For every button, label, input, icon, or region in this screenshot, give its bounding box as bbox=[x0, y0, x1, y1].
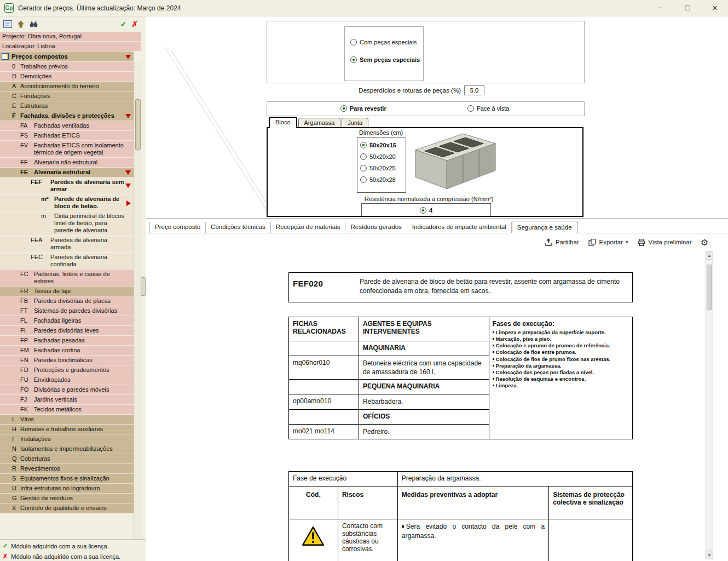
cancel-button[interactable]: ✗ bbox=[131, 20, 138, 28]
radio-icon bbox=[340, 105, 347, 112]
radio-com-pe-as-especiais[interactable]: Com peças especiais bbox=[350, 39, 423, 45]
item-description: Parede de alvenaria de bloco de betão pa… bbox=[359, 273, 632, 302]
tree-item-e[interactable]: EEstruturas bbox=[0, 101, 134, 111]
risk-text: Contacto com substâncias cáusticas ou co… bbox=[338, 519, 397, 561]
related-sheets-table: FICHAS RELACIONADAS AGENTES E EQUIPAS IN… bbox=[288, 317, 633, 439]
main-panel: Com peças especiaisSem peças especiais D… bbox=[146, 16, 728, 561]
radio-icon bbox=[350, 56, 357, 63]
tree-item-fea[interactable]: FEAParedes de alvenaria armada bbox=[0, 236, 134, 253]
waste-input[interactable] bbox=[464, 85, 484, 95]
doc-tab-condi-es-t-cnicas[interactable]: Condições técnicas bbox=[206, 222, 271, 233]
tree-item-0[interactable]: 0Trabalhos prévios bbox=[0, 62, 134, 72]
scroll-up-icon[interactable]: ▲ bbox=[706, 251, 713, 260]
tree-item-fv[interactable]: FVFachadas ETICS com isolamento térmico … bbox=[0, 141, 134, 158]
doc-tab-res-duos-gerados[interactable]: Resíduos gerados bbox=[345, 222, 407, 233]
tree-root-precos-compostos[interactable]: Preços compostos bbox=[0, 51, 134, 62]
tree-item-fa[interactable]: FAFachadas ventiladas bbox=[0, 121, 134, 131]
tree-item-q[interactable]: QCoberturas bbox=[0, 454, 134, 464]
radio-para-revestir[interactable]: Para revestir bbox=[340, 105, 386, 112]
tree-item-g[interactable]: GGestão de resíduos bbox=[0, 494, 134, 503]
document-scrollbar-thumb[interactable] bbox=[707, 265, 712, 310]
tree-item-fo[interactable]: FODivisórias e paredes móveis bbox=[0, 385, 134, 395]
preview-button[interactable]: Vista preliminar bbox=[637, 238, 692, 247]
radio-50x20x20[interactable]: 50x20x20 bbox=[360, 153, 406, 160]
group-header-maquinaria: MAQUINARIA bbox=[359, 341, 489, 356]
tab-junta[interactable]: Junta bbox=[342, 118, 368, 127]
splitter-handle[interactable] bbox=[141, 277, 146, 296]
tree-item-fn[interactable]: FNParedes bioclimáticas bbox=[0, 356, 134, 365]
related-header: FICHAS RELACIONADAS bbox=[289, 317, 359, 341]
tree-item-l[interactable]: LVãos bbox=[0, 415, 134, 425]
minimize-button[interactable]: − bbox=[656, 3, 665, 13]
tree-item-fr[interactable]: FRTestas de laje bbox=[0, 287, 134, 296]
phases-title: Fases de execução: bbox=[493, 320, 629, 328]
radio-face-vista[interactable]: Face à vista bbox=[467, 105, 509, 112]
tree-item-c[interactable]: CFundações bbox=[0, 91, 134, 101]
tree-item-d[interactable]: DDemolições bbox=[0, 72, 134, 82]
doc-tab-seguran-a-e-sa-de[interactable]: Segurança e saúde bbox=[512, 221, 577, 233]
tree-item-fk[interactable]: FKTecidos metálicos bbox=[0, 405, 134, 415]
tab-bloco[interactable]: Bloco bbox=[269, 117, 297, 128]
tree-item-x[interactable]: XControlo de qualidade e ensaios bbox=[0, 503, 134, 513]
app-logo-icon: Gp bbox=[4, 3, 14, 13]
tree-scrollbar-thumb[interactable] bbox=[135, 99, 141, 150]
tree-item-fl[interactable]: FLFachadas ligeiras bbox=[0, 316, 134, 326]
document-scrollbar[interactable]: ▲ ▼ bbox=[706, 251, 713, 559]
tree-item-fj[interactable]: FJJardins verticais bbox=[0, 395, 134, 405]
close-button[interactable]: × bbox=[710, 3, 719, 13]
radio-50x20x25[interactable]: 50x20x25 bbox=[360, 165, 406, 171]
radio-4[interactable]: 4 bbox=[420, 207, 432, 214]
tree-item-fp[interactable]: FPFachadas pesadas bbox=[0, 336, 134, 346]
tree-item-m[interactable]: m²Parede de alvenaria de bloco de betão. bbox=[0, 194, 134, 211]
tree-item-fm[interactable]: FMFachadas cortina bbox=[0, 346, 134, 356]
radio-50x20x15[interactable]: 50x20x15 bbox=[360, 142, 406, 148]
expand-arrow-icon bbox=[125, 55, 131, 59]
tree-item-h[interactable]: HRemates e trabalhos auxiliares bbox=[0, 425, 134, 434]
resource-code: mq06hor010 bbox=[289, 356, 359, 380]
share-button[interactable]: Partilhar bbox=[544, 238, 579, 247]
group-header-of-cios: OFÍCIOS bbox=[359, 409, 489, 424]
accept-button[interactable]: ✓ bbox=[120, 20, 127, 28]
tab-argamassa[interactable]: Argamassa bbox=[298, 118, 341, 127]
tree-item-a[interactable]: AAcondicionamento do terreno bbox=[0, 82, 134, 91]
tree-item-fef[interactable]: FEFParedes de alvenaria sem armar bbox=[0, 178, 134, 194]
tree-item-fd[interactable]: FDProtecções e gradeamentos bbox=[0, 365, 134, 375]
tree-item-fu[interactable]: FUEnvidraçados bbox=[0, 375, 134, 385]
settings-button[interactable]: ⚙ bbox=[701, 237, 708, 248]
radio-50x20x28[interactable]: 50x20x28 bbox=[360, 176, 406, 183]
tree-item-fe[interactable]: FEAlvenaria estrutural bbox=[0, 168, 134, 178]
tree-item-fec[interactable]: FECParedes de alvenaria confinada bbox=[0, 253, 134, 270]
tree-scrollbar[interactable] bbox=[134, 62, 141, 539]
tree-item-fb[interactable]: FBParedes divisórias de placas bbox=[0, 296, 134, 306]
radio-sem-pe-as-especiais[interactable]: Sem peças especiais bbox=[350, 56, 423, 63]
sidebar: ✓ ✗ Projecto: Obra nova, Portugal Locali… bbox=[0, 16, 146, 561]
doc-tab-pre-o-composto[interactable]: Preço composto bbox=[149, 222, 206, 233]
tree-item-fi[interactable]: FIParedes divisórias leves bbox=[0, 326, 134, 336]
scroll-down-icon[interactable]: ▼ bbox=[706, 551, 713, 559]
tree-item-ff[interactable]: FFAlvenaria não estrutural bbox=[0, 158, 134, 168]
tree-item-f[interactable]: FFachadas, divisões e protecções bbox=[0, 111, 134, 121]
export-button[interactable]: Exportar ▾ bbox=[588, 238, 628, 247]
doc-tab-recep-o-de-materiais[interactable]: Recepção de materiais bbox=[271, 222, 346, 233]
document-toolbar: Partilhar Exportar ▾ Vista preliminar ⚙ bbox=[544, 236, 708, 248]
tree-item-i[interactable]: IInstalações bbox=[0, 434, 134, 444]
tree-item-ft[interactable]: FTSistemas de paredes divisórias bbox=[0, 306, 134, 316]
legend-check: ✓Módulo adquirido com a sua licença. bbox=[0, 541, 146, 551]
radio-icon bbox=[360, 165, 367, 171]
tree-item-fs[interactable]: FSFachadas ETICS bbox=[0, 131, 134, 141]
tree-item-u[interactable]: UInfra-estruturas no logradouro bbox=[0, 484, 134, 494]
location-row[interactable]: Localização: Lisboa bbox=[0, 42, 141, 51]
search-button[interactable] bbox=[29, 20, 38, 28]
tree-item-n[interactable]: NIsolamentos e impermeabilizações bbox=[0, 444, 134, 454]
tree-item-m[interactable]: mCinta perimetral de blocos lintel de be… bbox=[0, 211, 134, 236]
legend-text: Módulo adquirido com a sua licença. bbox=[11, 543, 109, 549]
maximize-button[interactable]: □ bbox=[683, 3, 692, 13]
project-row[interactable]: Projecto: Obra nova, Portugal bbox=[0, 32, 141, 42]
export-panel-button[interactable] bbox=[3, 20, 12, 28]
tree-item-fc[interactable]: FCPadieiras, lintéis e caixas de estores bbox=[0, 270, 134, 287]
systems-cell bbox=[549, 519, 633, 561]
doc-tab-indicadores-de-impacte-ambiental[interactable]: Indicadores de impacte ambiental bbox=[407, 222, 512, 233]
tree-item-r[interactable]: RRevestimentos bbox=[0, 464, 134, 474]
level-up-button[interactable] bbox=[16, 20, 25, 28]
tree-item-s[interactable]: SEquipamentos fixos e sinalização bbox=[0, 474, 134, 484]
